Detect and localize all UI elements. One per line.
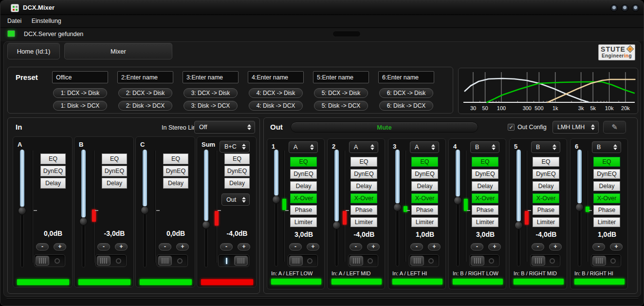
gain-decrease-button[interactable]: -: [592, 243, 605, 250]
fader-thumb[interactable]: [79, 217, 88, 226]
gain-increase-button[interactable]: +: [115, 243, 128, 250]
preset-save-to-disk-button[interactable]: 5: DCX -> Disk: [314, 88, 368, 98]
dyneq-button[interactable]: DynEQ: [40, 166, 66, 176]
gain-decrease-button[interactable]: -: [220, 243, 233, 250]
gain-fader[interactable]: [202, 150, 210, 268]
fader-thumb[interactable]: [332, 221, 341, 230]
close-button[interactable]: [632, 4, 639, 12]
preset-name-input[interactable]: [248, 71, 304, 83]
gain-decrease-button[interactable]: -: [36, 243, 49, 250]
toggle-handle[interactable]: [289, 256, 303, 266]
preset-name-input[interactable]: [183, 71, 239, 83]
sum-route-select[interactable]: Out: [221, 193, 250, 206]
preset-save-to-disk-button[interactable]: 3: DCX -> Disk: [184, 88, 238, 98]
eq-button[interactable]: EQ: [163, 153, 188, 164]
delay-button[interactable]: Delay: [224, 178, 250, 189]
preset-name-input[interactable]: [117, 71, 173, 83]
dyneq-button[interactable]: DynEQ: [593, 169, 620, 179]
fader-thumb[interactable]: [454, 196, 462, 205]
x-over-button[interactable]: X-Over: [411, 193, 438, 203]
dyneq-button[interactable]: DynEQ: [163, 166, 188, 176]
phase-button[interactable]: Phase: [593, 205, 620, 215]
toggle-handle[interactable]: [410, 256, 424, 266]
gain-fader[interactable]: [576, 150, 583, 267]
toggle-handle[interactable]: [532, 256, 545, 266]
dyneq-button[interactable]: DynEQ: [290, 169, 317, 179]
gain-fader[interactable]: [394, 150, 401, 267]
maximize-button[interactable]: [621, 4, 628, 12]
toggle-handle[interactable]: [234, 256, 248, 266]
gain-fader[interactable]: [141, 150, 148, 268]
preset-load-from-disk-button[interactable]: 4: Disk -> DCX: [249, 101, 303, 111]
delay-button[interactable]: Delay: [290, 181, 317, 191]
x-over-button[interactable]: X-Over: [472, 193, 498, 203]
phase-button[interactable]: Phase: [350, 205, 377, 215]
gain-fader[interactable]: [515, 150, 522, 267]
gain-increase-button[interactable]: +: [488, 243, 501, 250]
menu-einstellung[interactable]: Einstellung: [28, 18, 65, 24]
eq-button[interactable]: EQ: [290, 157, 317, 167]
eq-button[interactable]: EQ: [593, 157, 620, 167]
limiter-button[interactable]: Limiter: [411, 217, 438, 227]
gain-fader[interactable]: [273, 150, 280, 267]
input-source-select[interactable]: A: [289, 141, 318, 153]
gain-decrease-button[interactable]: -: [350, 243, 362, 250]
delay-button[interactable]: Delay: [411, 181, 438, 191]
x-over-button[interactable]: X-Over: [533, 193, 559, 203]
preset-save-to-disk-button[interactable]: 6: DCX -> Disk: [379, 88, 433, 98]
preset-load-from-disk-button[interactable]: 2: Disk -> DCX: [118, 101, 172, 111]
preset-save-to-disk-button[interactable]: 1: DCX -> Disk: [53, 88, 107, 98]
preset-load-from-disk-button[interactable]: 1: Disk -> DCX: [53, 101, 107, 111]
gain-fader[interactable]: [80, 150, 87, 268]
toggle-handle[interactable]: [592, 256, 606, 266]
gain-decrease-button[interactable]: -: [532, 243, 544, 250]
edit-button[interactable]: ✎: [603, 121, 626, 134]
minimize-button[interactable]: [610, 4, 618, 12]
mute-toggle[interactable]: [409, 254, 439, 267]
eq-button[interactable]: EQ: [472, 157, 498, 167]
eq-button[interactable]: EQ: [350, 157, 377, 167]
toggle-handle[interactable]: [97, 256, 110, 266]
delay-button[interactable]: Delay: [350, 181, 377, 191]
gain-increase-button[interactable]: +: [610, 243, 623, 250]
mute-toggle[interactable]: [34, 254, 65, 267]
delay-button[interactable]: Delay: [533, 181, 559, 191]
input-source-select[interactable]: A: [410, 141, 439, 153]
preset-name-input[interactable]: [52, 71, 108, 83]
gain-fader[interactable]: [333, 150, 340, 267]
eq-button[interactable]: EQ: [40, 153, 66, 164]
mute-toggle[interactable]: [348, 254, 378, 267]
input-source-select[interactable]: A: [349, 141, 378, 153]
gain-decrease-button[interactable]: -: [410, 243, 423, 250]
delay-button[interactable]: Delay: [593, 181, 620, 191]
preset-save-to-disk-button[interactable]: 4: DCX -> Disk: [249, 88, 303, 98]
mute-toggle[interactable]: [157, 254, 188, 267]
preset-name-input[interactable]: [378, 71, 434, 83]
mute-toggle[interactable]: [591, 254, 621, 267]
preset-load-from-disk-button[interactable]: 5: Disk -> DCX: [314, 101, 368, 111]
dyneq-button[interactable]: DynEQ: [224, 166, 250, 176]
fader-thumb[interactable]: [575, 203, 584, 211]
delay-button[interactable]: Delay: [40, 178, 66, 189]
gain-increase-button[interactable]: +: [54, 243, 66, 250]
mute-toggle[interactable]: [530, 254, 560, 267]
fader-thumb[interactable]: [393, 203, 402, 211]
x-over-button[interactable]: X-Over: [593, 193, 620, 203]
preset-save-to-disk-button[interactable]: 2: DCX -> Disk: [118, 88, 172, 98]
limiter-button[interactable]: Limiter: [533, 217, 559, 227]
gain-fader[interactable]: [18, 150, 26, 268]
input-source-select[interactable]: B: [470, 141, 499, 153]
mute-toggle[interactable]: [95, 254, 127, 267]
gain-decrease-button[interactable]: -: [289, 243, 302, 250]
preset-load-from-disk-button[interactable]: 6: Disk -> DCX: [379, 101, 433, 111]
gain-increase-button[interactable]: +: [238, 243, 250, 250]
input-source-select[interactable]: B+C: [220, 141, 250, 153]
eq-button[interactable]: EQ: [102, 153, 127, 164]
limiter-button[interactable]: Limiter: [290, 217, 317, 227]
mute-toggle[interactable]: [469, 254, 499, 267]
stereo-link-select[interactable]: Off: [194, 121, 255, 134]
toggle-handle[interactable]: [471, 256, 484, 266]
phase-button[interactable]: Phase: [533, 205, 559, 215]
eq-button[interactable]: EQ: [224, 153, 250, 164]
delay-button[interactable]: Delay: [472, 181, 498, 191]
